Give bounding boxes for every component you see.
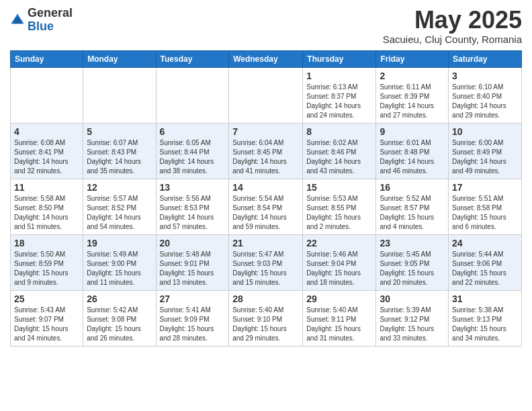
day-number: 2 [380, 71, 445, 81]
day-cell: 9Sunrise: 6:01 AM Sunset: 8:48 PM Daylig… [376, 123, 449, 179]
day-number: 12 [87, 182, 152, 193]
day-cell: 1Sunrise: 6:13 AM Sunset: 8:37 PM Daylig… [303, 67, 376, 123]
day-cell [156, 67, 229, 123]
day-cell: 13Sunrise: 5:56 AM Sunset: 8:53 PM Dayli… [156, 179, 229, 234]
day-number: 29 [306, 293, 372, 304]
day-info: Sunrise: 5:47 AM Sunset: 9:03 PM Dayligh… [232, 250, 299, 287]
day-number: 13 [160, 182, 226, 193]
header: General Blue May 2025 Sacuieu, Cluj Coun… [10, 7, 522, 45]
logo-general-text: General [28, 7, 73, 20]
day-info: Sunrise: 5:39 AM Sunset: 9:12 PM Dayligh… [380, 306, 445, 343]
week-row-1: 1Sunrise: 6:13 AM Sunset: 8:37 PM Daylig… [11, 67, 522, 123]
day-info: Sunrise: 5:52 AM Sunset: 8:57 PM Dayligh… [380, 194, 445, 232]
day-info: Sunrise: 5:57 AM Sunset: 8:52 PM Dayligh… [87, 194, 152, 232]
day-number: 18 [14, 238, 79, 248]
day-info: Sunrise: 5:41 AM Sunset: 9:09 PM Dayligh… [160, 306, 226, 343]
day-cell: 11Sunrise: 5:58 AM Sunset: 8:50 PM Dayli… [11, 179, 83, 234]
page: General Blue May 2025 Sacuieu, Cluj Coun… [0, 0, 532, 353]
day-info: Sunrise: 5:38 AM Sunset: 9:13 PM Dayligh… [452, 306, 518, 343]
day-number: 26 [87, 293, 152, 304]
day-number: 6 [160, 126, 226, 137]
day-info: Sunrise: 5:48 AM Sunset: 9:01 PM Dayligh… [160, 250, 226, 287]
week-row-3: 11Sunrise: 5:58 AM Sunset: 8:50 PM Dayli… [11, 179, 522, 234]
day-number: 19 [87, 238, 152, 248]
day-info: Sunrise: 6:05 AM Sunset: 8:44 PM Dayligh… [160, 138, 226, 176]
day-info: Sunrise: 6:07 AM Sunset: 8:43 PM Dayligh… [87, 138, 152, 176]
col-header-wednesday: Wednesday [229, 50, 303, 67]
day-info: Sunrise: 5:51 AM Sunset: 8:58 PM Dayligh… [452, 194, 518, 232]
day-cell [11, 67, 83, 123]
day-number: 4 [14, 126, 79, 137]
day-cell: 16Sunrise: 5:52 AM Sunset: 8:57 PM Dayli… [376, 179, 449, 234]
day-cell: 21Sunrise: 5:47 AM Sunset: 9:03 PM Dayli… [229, 234, 303, 290]
day-info: Sunrise: 6:01 AM Sunset: 8:48 PM Dayligh… [380, 138, 445, 176]
day-cell: 12Sunrise: 5:57 AM Sunset: 8:52 PM Dayli… [83, 179, 156, 234]
day-cell [229, 67, 303, 123]
day-info: Sunrise: 6:04 AM Sunset: 8:45 PM Dayligh… [232, 138, 299, 176]
day-number: 15 [306, 182, 372, 193]
day-cell: 19Sunrise: 5:49 AM Sunset: 9:00 PM Dayli… [83, 234, 156, 290]
day-cell: 7Sunrise: 6:04 AM Sunset: 8:45 PM Daylig… [229, 123, 303, 179]
calendar-table: SundayMondayTuesdayWednesdayThursdayFrid… [10, 50, 522, 347]
week-row-4: 18Sunrise: 5:50 AM Sunset: 8:59 PM Dayli… [11, 234, 522, 290]
day-cell: 8Sunrise: 6:02 AM Sunset: 8:46 PM Daylig… [303, 123, 376, 179]
day-number: 17 [452, 182, 518, 193]
day-cell: 2Sunrise: 6:11 AM Sunset: 8:39 PM Daylig… [376, 67, 449, 123]
day-number: 10 [452, 126, 518, 137]
logo-icon [10, 13, 25, 28]
day-cell: 14Sunrise: 5:54 AM Sunset: 8:54 PM Dayli… [229, 179, 303, 234]
day-cell: 3Sunrise: 6:10 AM Sunset: 8:40 PM Daylig… [449, 67, 522, 123]
day-info: Sunrise: 5:50 AM Sunset: 8:59 PM Dayligh… [14, 250, 79, 287]
day-number: 20 [160, 238, 226, 248]
day-number: 7 [232, 126, 299, 137]
day-info: Sunrise: 6:00 AM Sunset: 8:49 PM Dayligh… [452, 138, 518, 176]
logo-blue-text: Blue [28, 20, 73, 34]
day-number: 30 [380, 293, 445, 304]
day-number: 1 [306, 71, 372, 81]
day-cell [83, 67, 156, 123]
day-info: Sunrise: 6:08 AM Sunset: 8:41 PM Dayligh… [14, 138, 79, 176]
logo: General Blue [10, 7, 73, 34]
week-row-2: 4Sunrise: 6:08 AM Sunset: 8:41 PM Daylig… [11, 123, 522, 179]
title-block: May 2025 Sacuieu, Cluj County, Romania [383, 7, 522, 45]
day-cell: 6Sunrise: 6:05 AM Sunset: 8:44 PM Daylig… [156, 123, 229, 179]
day-number: 5 [87, 126, 152, 137]
day-cell: 10Sunrise: 6:00 AM Sunset: 8:49 PM Dayli… [449, 123, 522, 179]
day-info: Sunrise: 6:02 AM Sunset: 8:46 PM Dayligh… [306, 138, 372, 176]
day-number: 27 [160, 293, 226, 304]
day-cell: 4Sunrise: 6:08 AM Sunset: 8:41 PM Daylig… [11, 123, 83, 179]
day-cell: 26Sunrise: 5:42 AM Sunset: 9:08 PM Dayli… [83, 290, 156, 346]
day-number: 28 [232, 293, 299, 304]
day-cell: 31Sunrise: 5:38 AM Sunset: 9:13 PM Dayli… [449, 290, 522, 346]
location-subtitle: Sacuieu, Cluj County, Romania [383, 34, 522, 45]
week-row-5: 25Sunrise: 5:43 AM Sunset: 9:07 PM Dayli… [11, 290, 522, 346]
day-info: Sunrise: 5:40 AM Sunset: 9:11 PM Dayligh… [306, 306, 372, 343]
day-number: 24 [452, 238, 518, 248]
day-info: Sunrise: 5:43 AM Sunset: 9:07 PM Dayligh… [14, 306, 79, 343]
day-cell: 29Sunrise: 5:40 AM Sunset: 9:11 PM Dayli… [303, 290, 376, 346]
day-number: 25 [14, 293, 79, 304]
day-cell: 30Sunrise: 5:39 AM Sunset: 9:12 PM Dayli… [376, 290, 449, 346]
day-info: Sunrise: 5:56 AM Sunset: 8:53 PM Dayligh… [160, 194, 226, 232]
col-header-tuesday: Tuesday [156, 50, 229, 67]
day-number: 8 [306, 126, 372, 137]
day-info: Sunrise: 5:58 AM Sunset: 8:50 PM Dayligh… [14, 194, 79, 232]
day-number: 9 [380, 126, 445, 137]
day-info: Sunrise: 5:45 AM Sunset: 9:05 PM Dayligh… [380, 250, 445, 287]
day-number: 3 [452, 71, 518, 81]
day-info: Sunrise: 5:46 AM Sunset: 9:04 PM Dayligh… [306, 250, 372, 287]
day-info: Sunrise: 6:13 AM Sunset: 8:37 PM Dayligh… [306, 83, 372, 120]
day-cell: 15Sunrise: 5:53 AM Sunset: 8:55 PM Dayli… [303, 179, 376, 234]
col-header-friday: Friday [376, 50, 449, 67]
col-header-thursday: Thursday [303, 50, 376, 67]
month-title: May 2025 [383, 7, 522, 34]
day-number: 16 [380, 182, 445, 193]
day-number: 22 [306, 238, 372, 248]
day-info: Sunrise: 5:44 AM Sunset: 9:06 PM Dayligh… [452, 250, 518, 287]
day-info: Sunrise: 6:10 AM Sunset: 8:40 PM Dayligh… [452, 83, 518, 120]
day-cell: 28Sunrise: 5:40 AM Sunset: 9:10 PM Dayli… [229, 290, 303, 346]
col-header-saturday: Saturday [449, 50, 522, 67]
day-cell: 25Sunrise: 5:43 AM Sunset: 9:07 PM Dayli… [11, 290, 83, 346]
day-cell: 22Sunrise: 5:46 AM Sunset: 9:04 PM Dayli… [303, 234, 376, 290]
day-info: Sunrise: 5:42 AM Sunset: 9:08 PM Dayligh… [87, 306, 152, 343]
